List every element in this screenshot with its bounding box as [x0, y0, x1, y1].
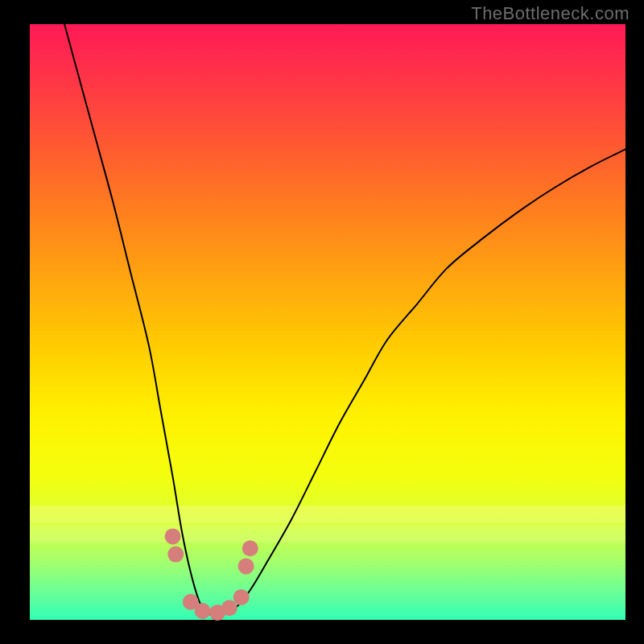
bottleneck-curve	[60, 6, 625, 615]
marker-dot	[242, 540, 258, 556]
plot-area	[30, 24, 625, 620]
marker-dot	[233, 589, 250, 605]
chart-stage: TheBottleneck.com	[0, 0, 644, 644]
marker-dot	[238, 558, 254, 574]
marker-dot	[195, 603, 211, 619]
marker-dot	[167, 547, 184, 563]
curve-layer	[30, 24, 625, 620]
marker-group	[165, 528, 258, 621]
marker-dot	[165, 528, 181, 544]
marker-dot	[221, 600, 237, 616]
watermark-text: TheBottleneck.com	[471, 3, 630, 24]
